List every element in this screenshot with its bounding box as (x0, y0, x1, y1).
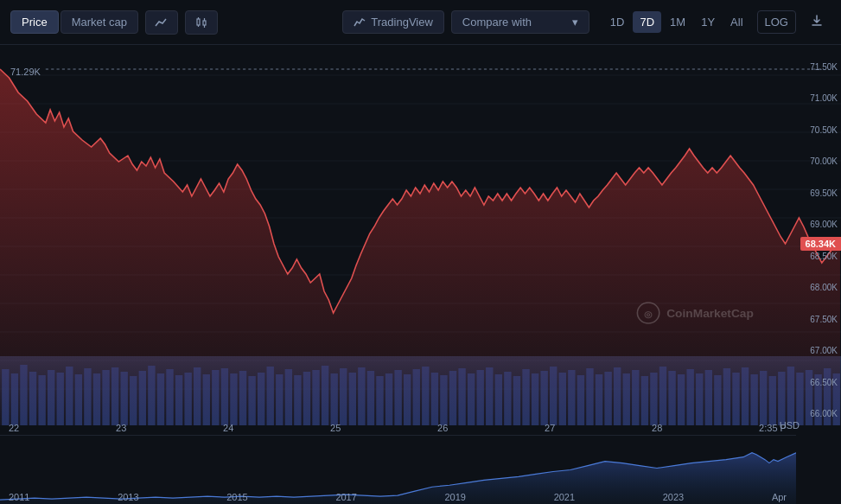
tf-all[interactable]: All (723, 11, 749, 33)
x-label: 24 (223, 423, 233, 433)
y-label: 66.00K (800, 409, 838, 418)
x-axis: 22 23 24 25 26 27 28 2:35 P (0, 423, 795, 433)
mini-x-label: 2021 (554, 492, 575, 502)
max-price-label: 71.29K (10, 67, 41, 77)
compare-label: Compare with (462, 16, 532, 29)
y-label: 68.50K (800, 252, 838, 261)
mini-x-axis: 2011 2013 2015 2017 2019 2021 2023 Apr (0, 492, 795, 502)
y-label: 70.00K (800, 156, 838, 166)
candle-chart-button[interactable] (185, 10, 218, 35)
y-axis: 71.50K 71.00K 70.50K 70.00K 69.50K 69.00… (796, 45, 841, 425)
x-label: 27 (545, 423, 555, 433)
price-button[interactable]: Price (10, 10, 59, 34)
tf-1m[interactable]: 1M (663, 11, 692, 33)
chart-container: ◎ CoinMarketCap 71.50K 71.00K 70.50K 70.… (0, 45, 841, 504)
compare-dropdown[interactable]: Compare with ▾ (451, 10, 589, 34)
currency-label: USD (780, 420, 800, 431)
main-chart[interactable]: ◎ CoinMarketCap (0, 45, 841, 425)
y-label: 70.50K (800, 125, 838, 135)
download-button[interactable] (803, 10, 831, 35)
svg-text:CoinMarketCap: CoinMarketCap (666, 307, 754, 320)
x-label: 22 (9, 423, 19, 433)
mini-x-label: 2017 (335, 492, 356, 502)
y-label: 71.50K (800, 62, 838, 72)
tradingview-label: TradingView (371, 16, 433, 29)
svg-text:◎: ◎ (644, 309, 652, 319)
toolbar: Price Market cap TradingView Compare wit… (0, 0, 841, 45)
y-label: 71.00K (800, 93, 838, 103)
market-cap-button[interactable]: Market cap (61, 10, 138, 34)
svg-rect-3 (203, 21, 206, 25)
y-label: 68.00K (800, 283, 838, 292)
mini-x-label: 2023 (663, 492, 684, 502)
mini-x-label: 2013 (118, 492, 138, 502)
chevron-down-icon: ▾ (572, 16, 578, 29)
log-button[interactable]: LOG (757, 10, 796, 34)
x-label: 28 (652, 423, 662, 433)
y-label: 69.00K (800, 220, 838, 229)
tf-1y[interactable]: 1Y (694, 11, 722, 33)
y-label: 66.50K (800, 378, 838, 387)
x-label: 25 (330, 423, 341, 433)
current-price-badge: 68.34K (800, 237, 841, 251)
y-label: 69.50K (800, 188, 838, 198)
y-label: 67.50K (800, 315, 838, 324)
timeframe-group: 1D 7D 1M 1Y All (603, 11, 750, 33)
x-label: 23 (116, 423, 126, 433)
mini-x-label: 2015 (226, 492, 247, 502)
tradingview-button[interactable]: TradingView (342, 10, 444, 34)
price-marketcap-group: Price Market cap (10, 10, 138, 34)
mini-x-label: 2011 (9, 492, 29, 502)
mini-x-label: 2019 (445, 492, 466, 502)
svg-rect-0 (197, 19, 200, 25)
mini-x-label: Apr (772, 492, 787, 502)
line-chart-button[interactable] (145, 10, 178, 35)
tf-7d[interactable]: 7D (633, 11, 661, 33)
y-label: 67.00K (800, 346, 838, 355)
x-label: 26 (437, 423, 448, 433)
tf-1d[interactable]: 1D (603, 11, 632, 33)
